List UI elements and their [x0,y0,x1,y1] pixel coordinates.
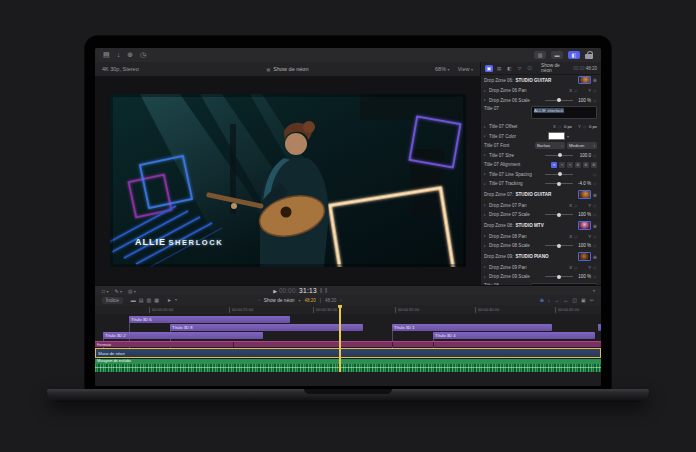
insert-edit-icon[interactable]: ↓ [548,297,551,303]
clip-appearance-icon[interactable]: ▦ [154,297,159,303]
clip-appearance-icon[interactable]: ▥ [147,297,152,303]
font-family-popup[interactable]: Barlow↕ [535,142,565,149]
forward-arrow-icon[interactable]: › [340,298,341,303]
x-axis-label: X [553,124,556,129]
inspector-layout-toggle[interactable]: ◧ [568,51,580,59]
play-icon[interactable]: ▶ [273,288,277,294]
keyframe-icon[interactable]: ◇ [593,172,597,177]
trim-icon[interactable]: ◫ [572,297,577,303]
title-text-field[interactable]: ALLIE sherlock [531,106,597,119]
range-icon[interactable]: ▣ [581,297,586,303]
cursor-tool-icon[interactable]: ► [167,297,172,303]
clear-dropzone-icon[interactable]: ⊗ [593,254,597,260]
info-inspector-tab[interactable]: ⓘ [526,65,534,72]
dropzone-thumbnail[interactable] [578,252,591,261]
index-button[interactable]: Índice [102,297,123,304]
stepper-icon[interactable]: ◇ [583,124,587,129]
stepper-icon[interactable]: ◇ [574,88,578,93]
scale-slider[interactable] [545,214,573,215]
param-value[interactable]: 100 % [575,212,591,217]
x-value[interactable]: 0 px [564,124,572,129]
keyframe-icon[interactable]: ◇ [593,98,597,103]
stepper-icon[interactable]: ◇ [593,88,597,93]
align-center-button[interactable]: ≡ [559,162,565,168]
stepper-icon[interactable]: ◇ [558,124,562,129]
stepper-icon[interactable]: ◇ [574,265,578,270]
clear-dropzone-icon[interactable]: ⊗ [593,192,597,198]
scale-slider[interactable] [545,276,573,277]
append-edit-icon[interactable]: → [554,297,559,303]
keyframe-icon[interactable]: ◇ [593,212,597,217]
browser-layout-toggle[interactable]: ▥ [534,51,546,59]
dropzone-thumbnail[interactable] [578,190,591,199]
lock-icon[interactable] [585,51,593,60]
audio-meters-icon[interactable] [325,288,327,293]
color-inspector-tab[interactable]: ◧ [505,65,513,72]
stepper-icon[interactable]: ◇ [593,203,597,208]
param-value[interactable]: 100 % [575,243,591,248]
keyframe-icon[interactable]: ◇ [593,181,597,186]
keyframe-icon[interactable]: ◇ [593,153,597,158]
view-dropdown[interactable]: View ▾ [458,66,473,72]
clip-appearance-icon[interactable]: ▤ [139,297,144,303]
param-value[interactable]: 100 % [575,98,591,103]
chevron-down-icon[interactable]: ▾ [593,288,595,293]
stepper-icon[interactable]: ◇ [593,234,597,239]
param-value[interactable]: 100 % [575,274,591,279]
title-clip[interactable]: Título 3D 2 [103,332,263,339]
back-arrow-icon[interactable]: ‹ [258,298,259,303]
stepper-icon[interactable]: ◇ [574,234,578,239]
param-value[interactable]: -4.0 % [575,181,591,186]
connect-edit-icon[interactable]: ⊕ [540,297,544,303]
dropzone-thumbnail[interactable] [578,221,591,230]
param-value[interactable]: 100.0 [575,153,591,158]
dropzone-thumbnail[interactable] [578,76,591,85]
audio-meters-icon[interactable] [320,288,322,293]
generator-inspector-tab[interactable]: ▣ [485,65,493,72]
sidebar-icon[interactable]: ▤ [103,48,110,62]
size-slider[interactable] [545,155,573,156]
timeline-layout-toggle[interactable]: ▬ [551,51,563,59]
line-spacing-slider[interactable] [545,174,573,175]
clear-dropzone-icon[interactable]: ⊗ [593,223,597,229]
audio-inspector-tab[interactable]: ▽ [516,65,524,72]
blade-icon[interactable]: ✂ [590,297,594,303]
keyframe-icon[interactable]: ◇ [593,243,597,248]
title-clip[interactable]: Título 3D 1 [392,324,552,331]
background-tasks-icon[interactable]: ◷ [140,48,146,62]
transform-tool-icon[interactable]: □ [102,288,105,294]
title-clip[interactable]: Título 3D 6 [129,316,290,323]
y-value[interactable]: 0 px [589,124,597,129]
keyword-editor-icon[interactable]: ⊛ [127,48,133,62]
justify-center-button[interactable]: ≣ [591,162,597,168]
align-right-button[interactable]: ≡ [567,162,573,168]
keyframe-icon[interactable]: ◇ [593,274,597,279]
color-swatch[interactable] [548,132,565,140]
align-left-button[interactable]: ≡ [551,162,557,168]
inspector-duration-prefix: 00:00: [573,66,586,71]
justify-left-button[interactable]: ≣ [583,162,589,168]
clip-appearance-icon[interactable]: ▬ [131,297,136,303]
import-media-icon[interactable]: ↓ [117,48,121,62]
draw-tool-icon[interactable]: ✎ [114,288,118,294]
scale-slider[interactable] [545,100,573,101]
audio-clip[interactable]: Mixagem de estúdio [95,359,601,372]
playhead[interactable] [339,305,341,372]
primary-clip-selected[interactable]: Show de néon [95,348,601,358]
title-clip[interactable]: Título 3D 8 [170,324,363,331]
video-inspector-tab[interactable]: ▤ [495,65,503,72]
stepper-icon[interactable]: ◇ [574,203,578,208]
zoom-dropdown[interactable]: 68% ▾ [435,66,450,72]
formato-clip[interactable]: Formato [95,341,601,347]
target-tool-icon[interactable]: ◎ [128,288,132,294]
overwrite-edit-icon[interactable]: ↔ [563,297,568,303]
title-clip[interactable] [598,324,601,331]
stepper-icon[interactable]: ◇ [593,265,597,270]
tracking-slider[interactable] [545,183,573,184]
font-weight-popup[interactable]: Medium↕ [567,142,597,149]
clear-dropzone-icon[interactable]: ⊗ [593,77,597,83]
title-clip[interactable]: Título 3D 4 [433,332,595,339]
scale-slider[interactable] [545,245,573,246]
timeline-project-name[interactable]: Show de néon [264,298,295,303]
justify-button[interactable]: ≣ [575,162,581,168]
